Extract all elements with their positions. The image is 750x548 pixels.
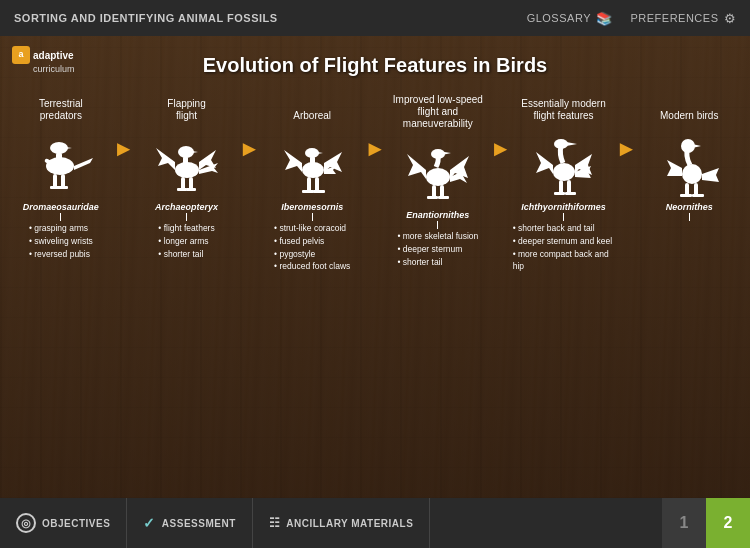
page-title: SORTING AND IDENTIFYING ANIMAL FOSSILS [14, 12, 278, 24]
traits-improved: more skeletal fusion deeper sternum shor… [395, 230, 480, 268]
bottom-tabs: ◎ OBJECTIVES ✓ ASSESSMENT ☷ ANCILLARY MA… [0, 498, 430, 548]
stage-terrestrial: Terrestrialpredators [8, 94, 114, 260]
svg-rect-51 [565, 192, 576, 195]
preferences-label: PREFERENCES [630, 12, 718, 24]
svg-marker-45 [536, 152, 553, 174]
objectives-label: OBJECTIVES [42, 518, 110, 529]
stage-label-modern-birds: Modern birds [660, 94, 718, 122]
svg-rect-1 [56, 152, 62, 168]
stage-improved: Improved low-speed flight and maneuverab… [385, 94, 491, 268]
svg-rect-22 [310, 156, 315, 172]
svg-marker-55 [702, 168, 719, 182]
traits-arboreal: strut-like coracoid fused pelvis pygosty… [272, 222, 352, 273]
document-icon: ☷ [269, 516, 281, 530]
archaeopteryx-silhouette [154, 128, 219, 198]
svg-marker-4 [74, 158, 93, 170]
animal-flapping [134, 125, 240, 200]
glossary-icon: 📚 [596, 11, 613, 26]
divider-modern-features [563, 213, 564, 221]
svg-point-42 [553, 163, 575, 181]
svg-marker-15 [156, 148, 175, 170]
svg-rect-50 [554, 192, 565, 195]
svg-rect-5 [53, 174, 57, 188]
arrow-1: ► [114, 106, 134, 162]
traits-flapping: flight feathers longer arms shorter tail [156, 222, 216, 260]
stage-label-terrestrial: Terrestrialpredators [39, 94, 83, 122]
animal-terrestrial [8, 125, 114, 200]
dromaeosauridae-silhouette [28, 128, 93, 198]
glossary-label: GLOSSARY [527, 12, 591, 24]
stage-label-flapping: Flappingflight [167, 94, 205, 122]
svg-rect-31 [313, 190, 325, 193]
page-2-button[interactable]: 2 [706, 498, 750, 548]
ichthyornithiformes-silhouette [531, 128, 596, 198]
animal-improved [385, 133, 491, 208]
stage-flapping: Flappingflight [134, 94, 240, 260]
traits-modern-features: shorter back and tail deeper sternum and… [511, 222, 617, 273]
species-name-arboreal: Iberomesornis [281, 202, 343, 212]
page-1-button[interactable]: 1 [662, 498, 706, 548]
species-name-improved: Enantiornithes [406, 210, 469, 220]
species-name-flapping: Archaeopteryx [155, 202, 218, 212]
diagram-title: Evolution of Flight Features in Birds [0, 54, 750, 77]
objectives-icon: ◎ [16, 513, 36, 533]
svg-marker-44 [561, 141, 577, 147]
svg-rect-29 [315, 177, 319, 192]
svg-rect-19 [177, 188, 187, 191]
stage-label-arboreal: Arboreal [293, 94, 331, 122]
arrow-2: ► [239, 106, 259, 162]
arrow-3: ► [365, 106, 385, 162]
svg-rect-41 [438, 196, 449, 199]
svg-marker-26 [284, 150, 302, 172]
assessment-tab[interactable]: ✓ ASSESSMENT [127, 498, 252, 548]
page-2-number: 2 [724, 514, 733, 532]
svg-rect-11 [183, 156, 188, 172]
svg-rect-30 [302, 190, 314, 193]
species-name-modern-features: Ichthyornithiformes [521, 202, 606, 212]
divider-arboreal [312, 213, 313, 221]
svg-marker-56 [667, 160, 682, 176]
svg-rect-60 [692, 194, 704, 197]
gear-icon: ⚙ [724, 11, 737, 26]
svg-point-52 [682, 164, 702, 184]
enantiornithes-silhouette [405, 136, 470, 206]
stage-label-improved: Improved low-speed flight and maneuverab… [385, 94, 491, 130]
divider-flapping [186, 213, 187, 221]
preferences-button[interactable]: PREFERENCES ⚙ [630, 11, 736, 26]
arrow-5: ► [616, 106, 636, 162]
svg-rect-59 [680, 194, 692, 197]
neornithes-silhouette [657, 128, 722, 198]
main-content: a adaptive curriculum Evolution of Fligh… [0, 36, 750, 498]
ancillary-label: ANCILLARY MATERIALS [286, 518, 413, 529]
ancillary-tab[interactable]: ☷ ANCILLARY MATERIALS [253, 498, 431, 548]
svg-rect-40 [427, 196, 438, 199]
divider-improved [437, 221, 438, 229]
glossary-button[interactable]: GLOSSARY 📚 [527, 11, 613, 26]
animal-arboreal [259, 125, 365, 200]
animal-modern-birds [636, 125, 742, 200]
stage-label-modern-features: Essentially modern flight features [511, 94, 617, 122]
svg-rect-8 [58, 186, 68, 189]
iberomesornis-silhouette [280, 128, 345, 198]
assessment-label: ASSESSMENT [162, 518, 236, 529]
species-name-terrestrial: Dromaeosauridae [23, 202, 99, 212]
svg-rect-49 [567, 180, 571, 194]
top-bar-actions: GLOSSARY 📚 PREFERENCES ⚙ [527, 11, 736, 26]
svg-rect-28 [307, 177, 311, 192]
divider-modern-birds [689, 213, 690, 221]
page-1-number: 1 [680, 514, 689, 532]
svg-point-32 [426, 168, 450, 186]
check-icon: ✓ [143, 515, 156, 531]
traits-terrestrial: grasping arms swiveling wrists reversed … [27, 222, 95, 260]
objectives-tab[interactable]: ◎ OBJECTIVES [0, 498, 127, 548]
page-navigation: 1 2 [662, 498, 750, 548]
divider-terrestrial [60, 213, 61, 221]
svg-rect-6 [61, 174, 65, 188]
arrow-4: ► [491, 106, 511, 162]
svg-rect-20 [186, 188, 196, 191]
stage-modern-features: Essentially modern flight features [511, 94, 617, 273]
bottom-bar: ◎ OBJECTIVES ✓ ASSESSMENT ☷ ANCILLARY MA… [0, 498, 750, 548]
animal-modern-features [511, 125, 617, 200]
stage-arboreal: Arboreal [259, 94, 365, 273]
evolution-diagram: Terrestrialpredators [8, 94, 742, 273]
